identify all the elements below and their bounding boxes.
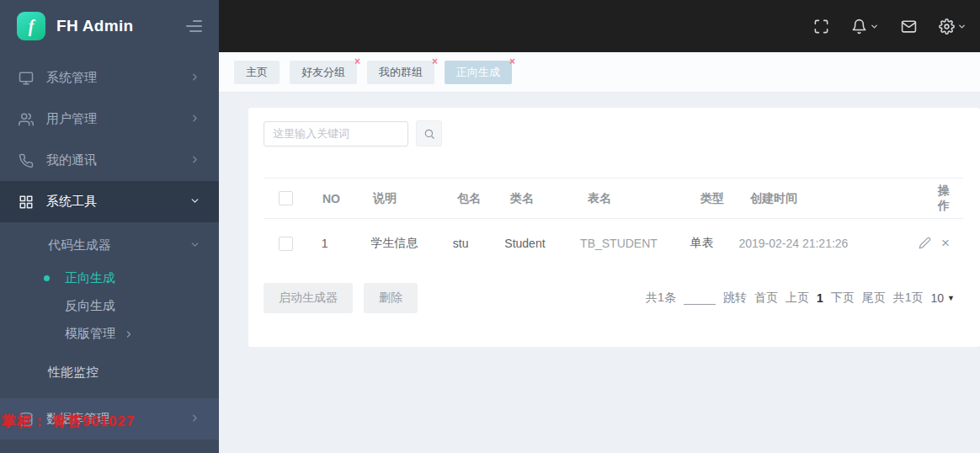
chevron-down-icon	[189, 195, 200, 209]
tab-label: 主页	[246, 66, 268, 78]
sidebar-item-label: 代码生成器	[48, 237, 111, 253]
sidebar-item-label: 我的通讯	[46, 152, 97, 168]
chevron-down-icon	[957, 22, 967, 31]
sidebar-item-label: 性能监控	[48, 365, 99, 381]
tab-friend-groups[interactable]: 好友分组 ×	[290, 61, 357, 84]
messages-button[interactable]	[901, 19, 917, 35]
start-generator-button[interactable]: 启动生成器	[264, 283, 353, 313]
app-logo-icon: f	[17, 12, 45, 40]
tab-forward-generate[interactable]: 正向生成 ×	[445, 61, 512, 84]
pagination-total: 共1条	[646, 290, 676, 306]
sidebar-item-label: 正向生成	[65, 270, 115, 286]
close-icon[interactable]: ×	[354, 56, 360, 67]
topbar	[219, 0, 980, 52]
tab-label: 正向生成	[456, 66, 500, 78]
sidebar-item-template-management[interactable]: 模版管理	[0, 320, 219, 348]
pagination-first[interactable]: 首页	[754, 290, 778, 306]
table-header-row: NO 说明 包名 类名 表名 类型 创建时间 操作	[264, 179, 963, 219]
page-jump-input[interactable]	[684, 291, 716, 305]
sidebar-menu: 系统管理 用户管理 我的通讯 系统工具 代码生成器 正向生成	[0, 57, 219, 440]
card-footer: 启动生成器 删除 共1条 跳转 首页 上页 1 下页 尾页 共1页 10 ▼	[264, 283, 963, 313]
sidebar-item-label: 用户管理	[46, 111, 97, 127]
gear-icon	[939, 19, 955, 35]
row-checkbox[interactable]	[279, 237, 293, 251]
cell-table: TB_STUDENT	[580, 237, 690, 250]
pagination-next[interactable]: 下页	[831, 290, 855, 306]
pagination-last[interactable]: 尾页	[862, 290, 886, 306]
watermark-text: 掌柜： 青苔901027	[2, 412, 135, 431]
system-tools-submenu: 代码生成器 正向生成 反向生成 模版管理 性能监控	[0, 222, 219, 392]
col-header-type: 类型	[700, 191, 750, 206]
sidebar-item-forward-generate[interactable]: 正向生成	[0, 264, 219, 292]
sidebar-header: f FH Admin	[0, 0, 219, 52]
select-all-checkbox[interactable]	[279, 191, 293, 205]
notifications-button[interactable]	[851, 19, 879, 35]
sidebar-item-performance-monitor[interactable]: 性能监控	[0, 353, 219, 392]
sidebar-item-label: 系统工具	[46, 194, 97, 210]
col-header-table: 表名	[588, 191, 700, 206]
pagination-current-page: 1	[817, 291, 823, 305]
cell-class: Student	[504, 237, 580, 250]
sidebar-item-system-management[interactable]: 系统管理	[0, 57, 219, 99]
sidebar-collapse-icon[interactable]	[186, 20, 202, 32]
caret-down-icon: ▼	[947, 294, 955, 302]
cell-no: 1	[322, 237, 371, 250]
search-button[interactable]	[416, 120, 442, 147]
sidebar-item-label: 模版管理	[65, 326, 115, 342]
settings-button[interactable]	[939, 19, 967, 35]
chevron-right-icon	[189, 71, 200, 85]
cell-type: 单表	[690, 236, 739, 251]
sidebar-item-reverse-generate[interactable]: 反向生成	[0, 292, 219, 320]
sidebar-item-my-contacts[interactable]: 我的通讯	[0, 140, 219, 181]
pagination-prev[interactable]: 上页	[786, 290, 809, 306]
bell-icon	[851, 19, 867, 35]
fullscreen-icon	[813, 19, 829, 35]
chevron-right-icon	[124, 329, 134, 339]
search-input[interactable]	[264, 121, 408, 147]
phone-icon	[19, 153, 34, 168]
users-icon	[19, 112, 34, 127]
tab-bar: 主页 好友分组 × 我的群组 × 正向生成 ×	[219, 52, 980, 93]
delete-button[interactable]: 删除	[364, 283, 418, 313]
chevron-down-icon	[870, 22, 879, 31]
cell-created: 2019-02-24 21:21:26	[738, 237, 919, 250]
pagination-page-count: 共1页	[893, 290, 924, 306]
col-header-actions: 操作	[935, 184, 963, 214]
col-header-created: 创建时间	[750, 191, 935, 206]
edit-icon[interactable]	[919, 237, 931, 249]
tab-my-groups[interactable]: 我的群组 ×	[367, 61, 434, 84]
active-bullet-icon	[44, 275, 50, 281]
mail-icon	[901, 19, 917, 35]
sidebar-item-user-management[interactable]: 用户管理	[0, 99, 219, 140]
col-header-class: 类名	[510, 191, 588, 206]
col-header-desc: 说明	[373, 191, 457, 206]
page-size-value: 10	[931, 291, 945, 305]
delete-row-icon[interactable]: ×	[941, 236, 950, 250]
table-row: 1 学生信息 stu Student TB_STUDENT 单表 2019-02…	[264, 219, 963, 268]
close-icon[interactable]: ×	[509, 56, 515, 67]
content-card: NO 说明 包名 类名 表名 类型 创建时间 操作 1 学生信息 stu Stu…	[248, 108, 980, 347]
chevron-right-icon	[189, 153, 200, 168]
sidebar-item-system-tools[interactable]: 系统工具	[0, 181, 219, 222]
cell-package: stu	[453, 237, 504, 250]
tab-home[interactable]: 主页	[234, 61, 280, 84]
monitor-icon	[19, 71, 34, 86]
data-table: NO 说明 包名 类名 表名 类型 创建时间 操作 1 学生信息 stu Stu…	[264, 178, 963, 268]
tab-label: 我的群组	[379, 66, 423, 78]
pagination-jump-button[interactable]: 跳转	[723, 290, 747, 306]
app-title: FH Admin	[56, 17, 133, 35]
tab-label: 好友分组	[301, 66, 345, 78]
col-header-package: 包名	[457, 191, 510, 206]
sidebar-item-label: 反向生成	[65, 298, 115, 314]
close-icon[interactable]: ×	[432, 56, 438, 67]
fullscreen-button[interactable]	[813, 19, 829, 35]
search-row	[264, 120, 963, 147]
page-size-select[interactable]: 10 ▼	[931, 291, 956, 305]
pagination: 共1条 跳转 首页 上页 1 下页 尾页 共1页 10 ▼	[646, 290, 963, 306]
search-icon	[423, 128, 435, 140]
grid-icon	[19, 195, 34, 210]
chevron-down-icon	[189, 238, 200, 253]
chevron-right-icon	[189, 412, 200, 426]
sidebar-item-code-generator[interactable]: 代码生成器	[0, 226, 219, 264]
col-header-no: NO	[322, 192, 373, 205]
